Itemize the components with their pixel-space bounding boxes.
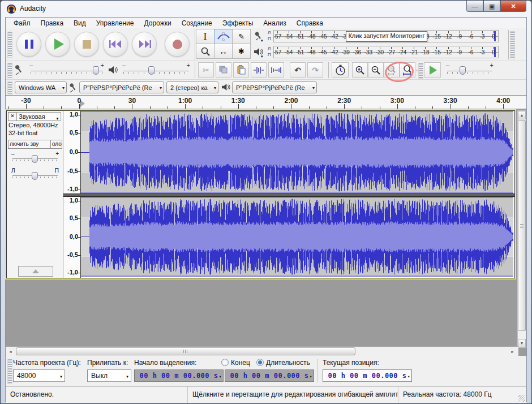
track-gain-thumb[interactable]: [32, 155, 38, 163]
amplitude-tick: [78, 218, 80, 219]
amplitude-label: -0,5: [67, 167, 78, 174]
horizontal-scroll-thumb[interactable]: [16, 347, 355, 355]
scroll-up-button[interactable]: ▲: [518, 111, 526, 119]
multi-tool-button[interactable]: ✱: [232, 44, 251, 59]
playback-device-dropdown[interactable]: Р"РёРЅР°РјРёРєРё (Re▾: [232, 81, 317, 93]
selection-length-field[interactable]: 00 h 00 m 00.000 s▾: [225, 369, 314, 382]
track-close-button[interactable]: ✕: [8, 112, 17, 121]
recording-volume-thumb[interactable]: [93, 66, 99, 75]
title-bar[interactable]: Audacity — ▣ ✕: [1, 1, 531, 17]
device-toolbar-grip[interactable]: [7, 81, 12, 94]
record-meter-dropdown-arrow[interactable]: ▾: [261, 38, 263, 43]
timer-record-button[interactable]: [332, 62, 349, 78]
waveform-channel-left[interactable]: [81, 111, 513, 194]
track-pan-slider[interactable]: Л П: [11, 167, 59, 182]
mixer-toolbar-grip[interactable]: [7, 63, 12, 78]
paste-button[interactable]: [233, 62, 249, 78]
menu-item[interactable]: Анализ: [258, 18, 291, 28]
fit-selection-button[interactable]: [384, 62, 400, 78]
stop-button[interactable]: [74, 32, 99, 57]
meter-scale-value: -12: [444, 33, 452, 40]
copy-button[interactable]: [216, 62, 231, 78]
timeline-tick: [397, 104, 398, 109]
track-name: Звуковая: [19, 113, 45, 120]
undo-button[interactable]: ↶: [290, 62, 306, 78]
skip-to-start-button[interactable]: [103, 32, 128, 57]
project-rate-dropdown[interactable]: 48000▾: [13, 369, 65, 382]
selection-tool-button[interactable]: I: [196, 29, 214, 44]
vertical-scrollbar[interactable]: ▲ ▼: [517, 110, 526, 348]
pause-button[interactable]: [16, 32, 41, 57]
mute-button[interactable]: лючить зву: [8, 140, 51, 149]
current-position-field[interactable]: 00 h 00 m 00.000 s▾: [323, 369, 412, 382]
track-collapse-button[interactable]: [18, 266, 53, 277]
menu-item[interactable]: Справка: [291, 18, 328, 28]
waveform-channel-right[interactable]: [81, 197, 513, 277]
menu-item[interactable]: Файл: [8, 18, 36, 28]
zoom-tool-button[interactable]: [196, 44, 214, 59]
playback-speed-slider[interactable]: – +: [446, 62, 494, 78]
restore-button[interactable]: ▣: [483, 1, 500, 12]
meter-toolbar-grip[interactable]: [510, 31, 515, 59]
skip-to-end-button[interactable]: [132, 32, 157, 57]
track-gain-slider[interactable]: – +: [11, 151, 59, 165]
close-icon: ✕: [510, 3, 516, 9]
menu-item[interactable]: Вид: [68, 18, 91, 28]
timeshift-tool-button[interactable]: ↔: [214, 44, 233, 59]
trim-button[interactable]: [251, 62, 267, 78]
play-button[interactable]: [45, 32, 70, 57]
menu-item[interactable]: Управление: [91, 18, 139, 28]
envelope-tool-button[interactable]: [214, 29, 233, 44]
recording-device-dropdown[interactable]: Р"РёРЅР°РјРёРєРё (Re▾: [79, 81, 164, 93]
silence-button[interactable]: [268, 62, 284, 78]
play-meter[interactable]: -57-54-51-48-45-42-39-36-33-30-27-24-21-…: [273, 46, 499, 58]
amplitude-label: 0,0: [70, 148, 78, 155]
snap-to-value: Выкл: [91, 372, 108, 380]
horizontal-scrollbar[interactable]: ◄ ►: [6, 346, 518, 356]
meter-scale-value: -39: [341, 49, 349, 55]
playback-speed-thumb[interactable]: [460, 66, 466, 75]
timeline-tick: [451, 104, 451, 109]
record-button[interactable]: [165, 32, 190, 57]
scroll-down-button[interactable]: ▼: [518, 339, 526, 347]
scroll-right-button[interactable]: ►: [508, 347, 517, 355]
play-meter-dropdown-arrow[interactable]: ▾: [261, 54, 263, 59]
redo-button[interactable]: ↷: [307, 62, 323, 78]
solo-button[interactable]: оло: [50, 140, 62, 149]
magnifier-icon: [200, 46, 211, 57]
menu-item[interactable]: Дорожки: [139, 18, 177, 28]
playback-volume-thumb[interactable]: [148, 66, 155, 75]
menu-item[interactable]: Создание: [177, 18, 217, 28]
cut-button[interactable]: ✂: [198, 62, 214, 78]
radio-length[interactable]: [256, 359, 264, 366]
track-pan-thumb[interactable]: [32, 172, 38, 180]
radio-end[interactable]: [221, 359, 229, 366]
play-at-speed-button[interactable]: [424, 62, 441, 78]
meter-scale-value: -45: [319, 33, 327, 40]
timeline-ruler[interactable]: -300301:001:302:002:303:003:304:00: [6, 96, 526, 109]
zoom-in-button[interactable]: [352, 62, 368, 78]
selection-start-field[interactable]: 00 h 00 m 00.000 s▾: [134, 369, 224, 382]
snap-to-dropdown[interactable]: Выкл▾: [87, 369, 131, 382]
playback-volume-slider[interactable]: – +: [122, 62, 190, 78]
selection-toolbar-grip[interactable]: [7, 359, 12, 384]
menu-item[interactable]: Эффекты: [217, 18, 259, 28]
meter-scale-value: -54: [285, 49, 293, 55]
zoom-out-button[interactable]: [368, 62, 384, 78]
audio-host-dropdown[interactable]: Windows WA▾: [15, 81, 67, 93]
minimize-button[interactable]: —: [466, 1, 483, 12]
recording-channels-dropdown[interactable]: 2 (стерео) ка▾: [166, 81, 218, 93]
timeline-label: 1:00: [178, 97, 192, 105]
scroll-left-button[interactable]: ◄: [6, 347, 15, 355]
track-name-dropdown[interactable]: Звуковая▼: [16, 112, 61, 121]
transport-toolbar-grip[interactable]: [7, 32, 12, 58]
resize-grip[interactable]: [518, 395, 525, 402]
menu-item[interactable]: Правка: [36, 18, 69, 28]
close-button[interactable]: ✕: [500, 1, 526, 12]
pause-icon: [25, 40, 28, 49]
draw-tool-button[interactable]: ✎: [232, 29, 251, 44]
recording-volume-slider[interactable]: – +: [29, 62, 104, 78]
amplitude-label: -1,0: [67, 186, 78, 192]
vertical-scroll-thumb[interactable]: [518, 120, 526, 331]
undo-icon: ↶: [294, 66, 301, 75]
